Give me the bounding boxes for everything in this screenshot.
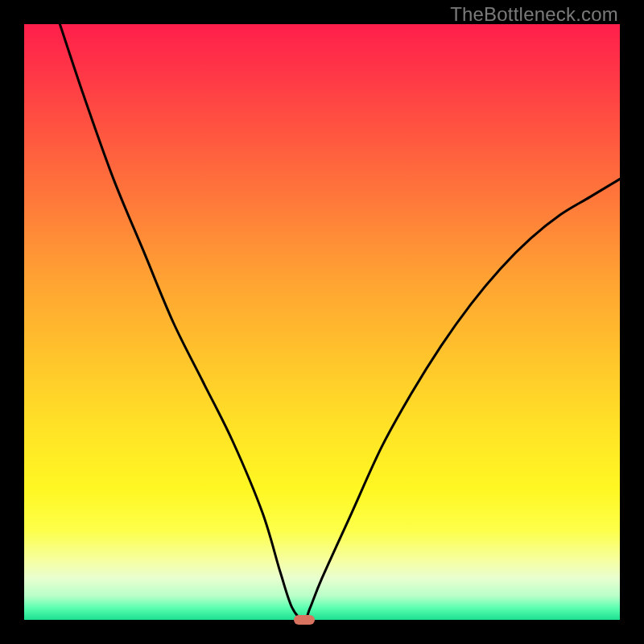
bottleneck-curve <box>60 24 620 620</box>
optimal-point-marker <box>294 615 315 625</box>
plot-area <box>24 24 620 620</box>
curve-svg <box>24 24 620 620</box>
chart-container: TheBottleneck.com <box>0 0 644 644</box>
watermark-text: TheBottleneck.com <box>450 3 618 26</box>
